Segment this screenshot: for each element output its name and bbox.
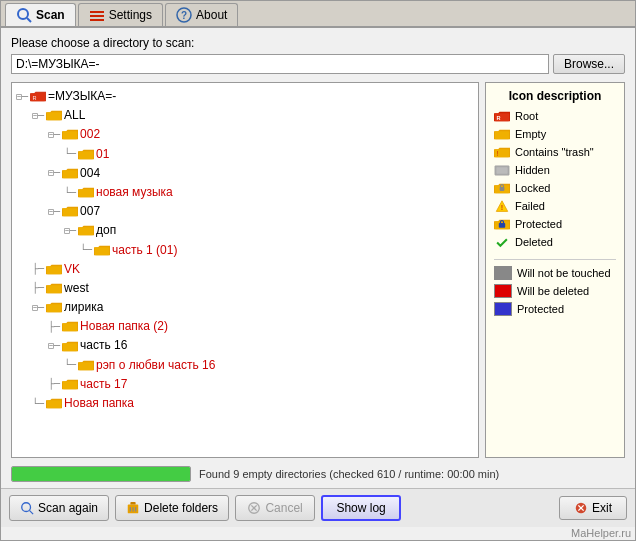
tab-scan-label: Scan — [36, 8, 65, 22]
status-bar: Found 9 empty directories (checked 610 /… — [11, 464, 625, 484]
node-chast17-label: часть 17 — [80, 375, 127, 394]
node-dop-label: доп — [96, 221, 116, 240]
trash-icon-swatch: ! — [494, 145, 510, 159]
folder-novaya-icon — [78, 186, 94, 199]
svg-rect-54 — [500, 186, 505, 190]
icon-color-deleted: Will be deleted — [494, 284, 616, 298]
svg-rect-27 — [47, 266, 61, 274]
svg-rect-15 — [79, 151, 93, 159]
path-input[interactable] — [11, 54, 549, 74]
icon-root-label: Root — [515, 110, 538, 122]
icon-desc-root: R Root — [494, 109, 616, 123]
svg-rect-63 — [130, 502, 135, 505]
node-west-label: west — [64, 279, 89, 298]
show-log-button[interactable]: Show log — [321, 495, 401, 521]
cancel-icon — [247, 501, 261, 515]
exit-icon — [574, 501, 588, 515]
all-label: ALL — [64, 106, 85, 125]
color-deleted-label: Will be deleted — [517, 285, 589, 297]
btn-group-left: Scan again Delete folders Cancel — [9, 495, 401, 521]
icon-desc-protected: Protected — [494, 217, 616, 231]
main-area: ⊟─ R =МУЗЫКА=- ⊟─ — [11, 82, 625, 458]
tree-node-lirika: ⊟─ лирика — [32, 298, 474, 394]
icon-hidden-label: Hidden — [515, 164, 550, 176]
svg-rect-4 — [90, 19, 104, 21]
folder-rap16-icon — [78, 359, 94, 372]
icon-locked-label: Locked — [515, 182, 550, 194]
cancel-button[interactable]: Cancel — [235, 495, 315, 521]
icon-desc-locked: Locked — [494, 181, 616, 195]
button-row: Scan again Delete folders Cancel — [1, 488, 635, 527]
color-notouched-label: Will not be touched — [517, 267, 611, 279]
icon-color-notouched: Will not be touched — [494, 266, 616, 280]
icon-desc-empty: Empty — [494, 127, 616, 141]
node-01-label: 01 — [96, 145, 109, 164]
node-vk-label: VK — [64, 260, 80, 279]
tab-settings[interactable]: Settings — [78, 3, 163, 26]
svg-rect-23 — [79, 228, 93, 236]
svg-rect-31 — [47, 304, 61, 312]
node-lirika-label: лирика — [64, 298, 103, 317]
tab-scan[interactable]: Scan — [5, 3, 76, 26]
tree-node-rap16: └─ рэп о любви часть 16 — [64, 356, 474, 375]
main-window: Scan Settings ? About Please c — [0, 0, 636, 541]
node-rap16-label: рэп о любви часть 16 — [96, 356, 215, 375]
node-novpapka2-label: Новая папка (2) — [80, 317, 168, 336]
tab-bar: Scan Settings ? About — [1, 1, 635, 28]
tab-about[interactable]: ? About — [165, 3, 238, 26]
watermark: MaHelper.ru — [1, 527, 635, 540]
svg-point-0 — [18, 9, 28, 19]
tree-node-004: ⊟─ 004 — [48, 164, 474, 202]
failed-icon-swatch: ! — [494, 199, 510, 213]
delete-folders-button[interactable]: Delete folders — [115, 495, 229, 521]
icon-protected-label: Protected — [515, 218, 562, 230]
svg-rect-37 — [79, 362, 93, 370]
main-content: Please choose a directory to scan: Brows… — [1, 28, 635, 488]
settings-icon — [89, 7, 105, 23]
folder-novpapka2-icon — [62, 320, 78, 333]
protected-icon-swatch — [494, 217, 510, 231]
tree-node-novpapka2: ├─ Новая папка (2) — [48, 317, 474, 336]
svg-rect-39 — [63, 381, 77, 389]
empty-icon-swatch — [494, 127, 510, 141]
show-log-label: Show log — [336, 501, 385, 515]
delete-folders-icon — [126, 501, 140, 515]
node-chast1-label: часть 1 (01) — [112, 241, 177, 260]
svg-rect-11 — [47, 113, 61, 121]
icon-panel-title: Icon description — [494, 89, 616, 103]
delete-folders-label: Delete folders — [144, 501, 218, 515]
about-icon: ? — [176, 7, 192, 23]
svg-rect-46 — [495, 131, 509, 139]
folder-all-icon — [46, 109, 62, 122]
hidden-icon-swatch — [494, 163, 510, 177]
icon-desc-hidden: Hidden — [494, 163, 616, 177]
svg-rect-2 — [90, 11, 104, 13]
folder-root-icon: R — [30, 90, 46, 103]
color-deleted-swatch — [494, 284, 512, 298]
color-notouched-swatch — [494, 266, 512, 280]
node-007-label: 007 — [80, 202, 100, 221]
node-004-label: 004 — [80, 164, 100, 183]
node-novaya-label: новая музыка — [96, 183, 173, 202]
root-label: =МУЗЫКА=- — [48, 87, 116, 106]
folder-002-icon — [62, 128, 78, 141]
dir-label: Please choose a directory to scan: — [11, 36, 625, 50]
exit-button[interactable]: Exit — [559, 496, 627, 520]
svg-rect-33 — [63, 324, 77, 332]
svg-rect-35 — [63, 343, 77, 351]
node-002-label: 002 — [80, 125, 100, 144]
browse-button[interactable]: Browse... — [553, 54, 625, 74]
tree-panel[interactable]: ⊟─ R =МУЗЫКА=- ⊟─ — [11, 82, 479, 458]
svg-line-1 — [27, 18, 31, 22]
scan-again-button[interactable]: Scan again — [9, 495, 109, 521]
svg-rect-17 — [63, 170, 77, 178]
icon-empty-label: Empty — [515, 128, 546, 140]
locked-icon-swatch — [494, 181, 510, 195]
folder-vk-icon — [46, 263, 62, 276]
scan-icon — [16, 7, 32, 23]
svg-rect-51 — [496, 167, 507, 173]
tree-node-chast1: └─ часть 1 (01) — [80, 241, 474, 260]
folder-01-icon — [78, 148, 94, 161]
svg-rect-3 — [90, 15, 104, 17]
tree-node-ALL: ⊟─ ALL ⊟ — [32, 106, 474, 260]
